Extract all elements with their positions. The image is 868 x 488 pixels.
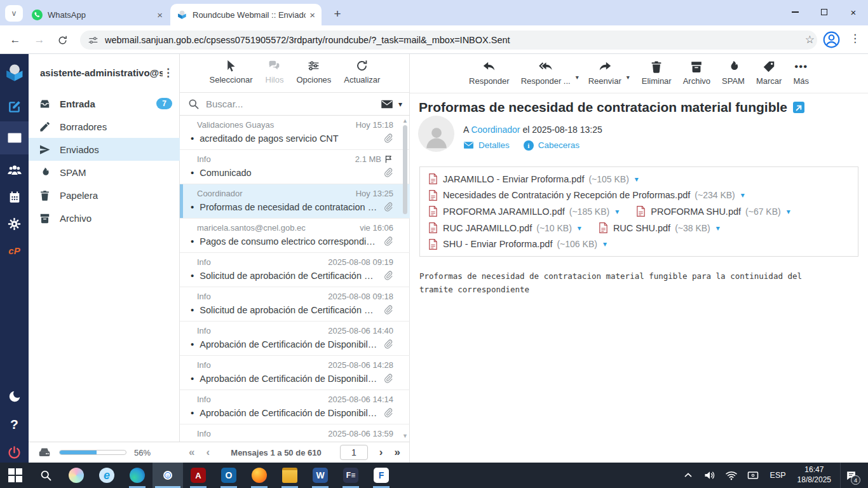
contacts-nav-button[interactable] xyxy=(0,157,29,184)
attachment-chip[interactable]: PROFORMA JARAMILLO.pdf(~185 KB)▾ xyxy=(428,205,619,217)
message-row[interactable]: Validaciones GuayasHoy 15:18 •acreditado… xyxy=(180,116,410,150)
reply-button[interactable]: Responder xyxy=(469,60,510,93)
message-row[interactable]: Info2025-08-06 14:28 •Aprobación de Cert… xyxy=(180,356,410,390)
internet-explorer-button[interactable]: e xyxy=(92,463,122,488)
folder-entrada[interactable]: Entrada 7 xyxy=(29,92,180,115)
details-link[interactable]: Detalles xyxy=(463,140,510,151)
search-icon[interactable] xyxy=(187,98,200,110)
copilot-button[interactable] xyxy=(61,463,92,488)
forward-button[interactable]: → xyxy=(31,31,48,49)
search-options-chevron-icon[interactable]: ▾ xyxy=(398,100,402,109)
message-row[interactable]: maricela.santos@cnel.gob.ecvie 16:06 •Pa… xyxy=(180,219,410,253)
headers-link[interactable]: iCabeceras xyxy=(524,140,580,151)
folder-archivo[interactable]: Archivo xyxy=(29,207,180,229)
refresh-button[interactable]: Actualizar xyxy=(344,59,380,92)
more-button[interactable]: •••Más xyxy=(793,60,809,93)
reload-button[interactable] xyxy=(53,31,71,49)
prev-page-button[interactable]: ‹ xyxy=(206,446,210,459)
mark-button[interactable]: Marcar xyxy=(756,60,782,93)
message-row[interactable]: Info2025-08-06 14:40 •Aprobación de Cert… xyxy=(180,322,410,356)
language-indicator[interactable]: ESP xyxy=(770,471,786,480)
outlook-button[interactable]: O xyxy=(214,463,244,488)
bookmark-star-icon[interactable]: ☆ xyxy=(805,33,815,46)
list-scrollbar-up-icon[interactable]: ▲ xyxy=(402,118,408,124)
open-in-new-window-icon[interactable] xyxy=(793,102,804,113)
volume-icon[interactable] xyxy=(703,469,716,482)
chrome-button[interactable]: ☺ xyxy=(153,463,183,488)
compose-button[interactable] xyxy=(0,93,29,120)
search-scope-envelope-icon[interactable] xyxy=(381,98,393,111)
archive-button[interactable]: Archivo xyxy=(683,60,710,93)
options-button[interactable]: Opciones xyxy=(296,59,331,92)
restore-button[interactable] xyxy=(810,0,839,24)
first-page-button[interactable]: « xyxy=(189,446,194,459)
new-tab-button[interactable]: + xyxy=(329,6,346,22)
edge-button[interactable] xyxy=(122,463,153,488)
tray-expand-icon[interactable] xyxy=(682,469,695,482)
settings-nav-button[interactable] xyxy=(0,210,29,237)
attachment-chip[interactable]: PROFORMA SHU.pdf(~67 KB)▾ xyxy=(635,205,790,217)
attachment-chip[interactable]: Necesidades de Contratación y Recepción … xyxy=(428,189,745,201)
message-row-selected[interactable]: CoordinadorHoy 13:25 •Proformas de neces… xyxy=(180,184,410,219)
attachment-menu-caret-icon[interactable]: ▾ xyxy=(716,224,720,233)
list-scrollbar-down-icon[interactable]: ▼ xyxy=(402,433,408,439)
last-page-button[interactable]: » xyxy=(395,446,400,459)
back-button[interactable]: ← xyxy=(6,31,24,49)
tab-close-icon[interactable]: × xyxy=(309,10,315,20)
word-button[interactable]: W xyxy=(305,463,336,488)
acrobat-button[interactable]: A xyxy=(183,463,214,488)
browser-menu-icon[interactable]: ⋮ xyxy=(850,32,860,45)
recipient-link[interactable]: Coordinador xyxy=(471,125,520,135)
message-row[interactable]: Info2.1 MB •Comunicado xyxy=(180,150,410,184)
account-menu-icon[interactable]: ⋮ xyxy=(163,66,173,79)
folder-spam[interactable]: SPAM xyxy=(29,161,180,184)
threads-button[interactable]: Hilos xyxy=(266,59,284,92)
close-button[interactable]: × xyxy=(839,0,868,24)
attachment-menu-caret-icon[interactable]: ▾ xyxy=(578,224,581,233)
cast-icon[interactable] xyxy=(747,469,759,482)
message-row[interactable]: Info2025-08-06 14:14 •Aprobación de Cert… xyxy=(180,390,410,424)
cpanel-button[interactable]: cP xyxy=(0,237,29,264)
tab-search-button[interactable]: v xyxy=(5,5,23,22)
taskbar-search-button[interactable] xyxy=(31,463,61,488)
tab-whatsapp[interactable]: WhatsApp × xyxy=(25,4,169,25)
app-f2-button[interactable]: F xyxy=(366,463,397,488)
folder-enviados[interactable]: Enviados xyxy=(29,138,180,161)
list-scrollbar-thumb[interactable] xyxy=(403,125,407,214)
reply-all-button[interactable]: Responder ...▾ xyxy=(521,60,571,93)
folder-papelera[interactable]: Papelera xyxy=(29,184,180,207)
attachment-chip[interactable]: RUC JARAMILLO.pdf(~10 KB)▾ xyxy=(428,222,581,234)
attachment-menu-caret-icon[interactable]: ▾ xyxy=(741,191,745,200)
attachment-menu-caret-icon[interactable]: ▾ xyxy=(603,240,607,248)
browser-profile-icon[interactable] xyxy=(823,31,840,48)
app-f1-button[interactable]: F≡ xyxy=(336,463,366,488)
firefox-button[interactable] xyxy=(244,463,275,488)
dark-mode-button[interactable] xyxy=(0,383,29,410)
file-explorer-button[interactable] xyxy=(275,463,305,488)
attachment-menu-caret-icon[interactable]: ▾ xyxy=(787,207,790,216)
start-button[interactable] xyxy=(0,463,31,488)
clock[interactable]: 16:47 18/8/2025 xyxy=(797,465,831,485)
folder-borradores[interactable]: Borradores xyxy=(29,115,180,138)
reply-all-caret-icon[interactable]: ▾ xyxy=(576,74,579,81)
calendar-nav-button[interactable] xyxy=(0,184,29,210)
site-info-icon[interactable] xyxy=(88,35,98,46)
message-row[interactable]: Info2025-08-06 13:59 xyxy=(180,424,410,442)
attachment-chip[interactable]: SHU - Enviar Proforma.pdf(~106 KB)▾ xyxy=(428,238,607,250)
attachment-chip[interactable]: JARAMILLO - Enviar Proforma.pdf(~105 KB)… xyxy=(428,173,639,185)
message-row[interactable]: Info2025-08-08 09:18 •Solicitud de aprob… xyxy=(180,287,410,322)
attachment-menu-caret-icon[interactable]: ▾ xyxy=(635,175,639,184)
address-bar[interactable]: webmail.sanjuan.gob.ec/cpsess0751905572/… xyxy=(80,30,817,50)
forward-caret-icon[interactable]: ▾ xyxy=(627,74,630,81)
forward-button[interactable]: Reenviar▾ xyxy=(588,60,621,93)
delete-button[interactable]: Eliminar xyxy=(642,60,672,93)
search-input[interactable] xyxy=(206,98,381,109)
next-page-button[interactable]: › xyxy=(379,446,383,459)
minimize-button[interactable] xyxy=(780,0,810,24)
mail-nav-button[interactable] xyxy=(0,121,29,154)
help-button[interactable]: ? xyxy=(0,411,29,438)
message-row[interactable]: Info2025-08-08 09:19 •Solicitud de aprob… xyxy=(180,253,410,287)
logout-button[interactable] xyxy=(0,439,29,466)
notification-center-button[interactable]: 4 xyxy=(840,463,862,488)
attachment-menu-caret-icon[interactable]: ▾ xyxy=(615,207,619,216)
